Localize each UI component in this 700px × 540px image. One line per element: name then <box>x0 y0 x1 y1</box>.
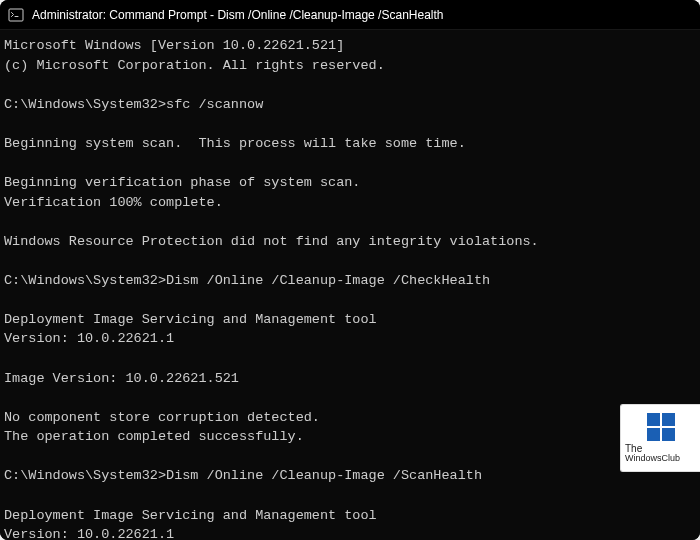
watermark: The WindowsClub <box>620 404 700 472</box>
terminal-output[interactable]: Microsoft Windows [Version 10.0.22621.52… <box>0 30 700 540</box>
terminal-line <box>4 251 696 271</box>
terminal-line <box>4 388 696 408</box>
titlebar[interactable]: Administrator: Command Prompt - Dism /On… <box>0 0 700 30</box>
terminal-line: Image Version: 10.0.22621.521 <box>4 369 696 389</box>
terminal-line: Windows Resource Protection did not find… <box>4 232 696 252</box>
terminal-line: The operation completed successfully. <box>4 427 696 447</box>
window-title: Administrator: Command Prompt - Dism /On… <box>32 8 444 22</box>
terminal-line <box>4 447 696 467</box>
watermark-text: The WindowsClub <box>625 443 696 464</box>
terminal-line <box>4 114 696 134</box>
terminal-line: C:\Windows\System32>sfc /scannow <box>4 95 696 115</box>
terminal-line: No component store corruption detected. <box>4 408 696 428</box>
watermark-logo-icon <box>647 413 675 441</box>
cmd-icon <box>8 7 24 23</box>
terminal-line <box>4 153 696 173</box>
svg-rect-0 <box>9 9 23 21</box>
terminal-line: (c) Microsoft Corporation. All rights re… <box>4 56 696 76</box>
terminal-line: Beginning verification phase of system s… <box>4 173 696 193</box>
terminal-line <box>4 75 696 95</box>
terminal-line: Deployment Image Servicing and Managemen… <box>4 506 696 526</box>
terminal-line <box>4 212 696 232</box>
terminal-line: Version: 10.0.22621.1 <box>4 329 696 349</box>
terminal-line <box>4 290 696 310</box>
terminal-line: Microsoft Windows [Version 10.0.22621.52… <box>4 36 696 56</box>
terminal-line <box>4 486 696 506</box>
terminal-line: Deployment Image Servicing and Managemen… <box>4 310 696 330</box>
terminal-line <box>4 349 696 369</box>
terminal-line: Verification 100% complete. <box>4 193 696 213</box>
terminal-line: Version: 10.0.22621.1 <box>4 525 696 540</box>
command-prompt-window: Administrator: Command Prompt - Dism /On… <box>0 0 700 540</box>
terminal-line: C:\Windows\System32>Dism /Online /Cleanu… <box>4 466 696 486</box>
terminal-line: Beginning system scan. This process will… <box>4 134 696 154</box>
terminal-line: C:\Windows\System32>Dism /Online /Cleanu… <box>4 271 696 291</box>
